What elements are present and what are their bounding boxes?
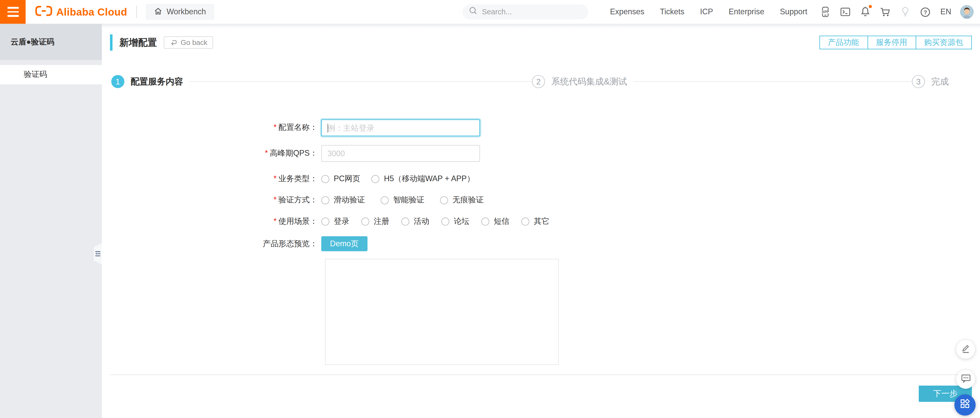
help-icon[interactable]: ? [920,6,931,17]
config-form: *配置名称： *高峰期QPS： *业务类型： PC网页 H5（移动端WAP + … [102,119,980,365]
preview-label: 产品形态预览： [102,238,321,249]
radio-icon [380,196,389,204]
radio-slide-verify[interactable]: 滑动验证 [321,195,365,206]
nav-support[interactable]: Support [780,7,807,16]
business-type-options: PC网页 H5（移动端WAP + APP） [321,174,475,184]
radio-smart-verify[interactable]: 智能验证 [380,195,424,206]
radio-login[interactable]: 登录 [321,216,349,227]
peak-qps-input[interactable] [321,145,480,162]
business-type-label: *业务类型： [102,174,321,184]
radio-icon [440,196,448,204]
usage-scene-row: *使用场景： 登录 注册 活动 论坛 短信 其它 [102,216,980,227]
radio-register[interactable]: 注册 [361,216,390,227]
radio-h5[interactable]: H5（移动端WAP + APP） [372,174,475,184]
alibaba-cloud-logo[interactable]: Alibaba Cloud [35,5,127,19]
radio-icon [372,175,380,183]
footer-actions: 下一步 [102,386,980,402]
radio-traceless-verify[interactable]: 无痕验证 [440,195,484,206]
step-connector [633,81,912,82]
header-divider [136,6,137,18]
sidebar-collapse-handle[interactable] [94,243,102,264]
mobile-app-icon[interactable]: APP [820,6,831,17]
required-mark: * [265,149,268,157]
nav-expenses[interactable]: Expenses [610,7,644,16]
app-window: Alibaba Cloud Workbench Expenses Tickets… [0,0,980,418]
step-3-circle: 3 [912,75,925,88]
app-launcher-fab[interactable] [955,394,976,415]
top-nav: Expenses Tickets ICP Enterprise Support [610,7,807,16]
required-mark: * [274,217,277,226]
disable-service-button[interactable]: 服务停用 [867,36,916,49]
svg-text:APP: APP [822,10,829,14]
radio-activity[interactable]: 活动 [401,216,429,227]
lightbulb-icon[interactable] [900,6,911,17]
nav-icp[interactable]: ICP [700,7,713,16]
header-shadow [102,24,980,28]
page-title: 新增配置 [119,37,157,48]
nav-tickets[interactable]: Tickets [660,7,684,16]
chat-bubble-icon [960,373,971,386]
cart-icon[interactable] [880,6,891,17]
main-content: 新增配置 Go back 产品功能 服务停用 购买资源包 1 配置服务内容 2 … [102,24,980,418]
verify-method-options: 滑动验证 智能验证 无痕验证 [321,195,484,206]
notifications-bell-icon[interactable] [860,6,871,17]
step-indicator: 1 配置服务内容 2 系统代码集成&测试 3 完成 [102,75,980,88]
radio-icon [321,218,329,226]
nav-enterprise[interactable]: Enterprise [729,7,764,16]
radio-icon [321,196,329,204]
go-back-button[interactable]: Go back [164,36,213,49]
config-name-row: *配置名称： [102,119,980,136]
config-name-label: *配置名称： [102,122,321,133]
radio-sms[interactable]: 短信 [481,216,509,227]
feedback-pencil-fab[interactable] [956,340,975,359]
radio-icon [401,218,409,226]
top-bar: Alibaba Cloud Workbench Expenses Tickets… [0,0,980,24]
alibaba-cloud-wordmark: Alibaba Cloud [56,6,127,18]
radio-icon [321,175,329,183]
demo-page-button[interactable]: Demo页 [321,236,368,251]
page-action-buttons: 产品功能 服务停用 购买资源包 [819,36,972,49]
step-2-circle: 2 [532,75,545,88]
business-type-row: *业务类型： PC网页 H5（移动端WAP + APP） [102,174,980,184]
cli-terminal-icon[interactable] [840,6,851,17]
peak-qps-label: *高峰期QPS： [102,148,321,159]
go-back-icon [169,38,178,47]
language-switcher[interactable]: EN [940,7,951,16]
sidebar: 云盾●验证码 验证码 [0,24,102,418]
step-connector [189,81,532,82]
svg-text:?: ? [924,9,927,15]
workbench-label: Workbench [167,7,206,16]
usage-scene-label: *使用场景： [102,216,321,227]
search-icon [469,6,477,17]
peak-qps-row: *高峰期QPS： [102,145,980,162]
top-icon-group: APP ? [820,6,931,17]
workbench-button[interactable]: Workbench [145,4,214,20]
step-3-label: 完成 [931,76,949,87]
radio-icon [481,218,490,226]
radio-icon [521,218,529,226]
chat-support-fab[interactable] [956,370,975,389]
radio-other[interactable]: 其它 [521,216,549,227]
alibaba-cloud-logo-icon [35,5,52,19]
search-input[interactable] [482,7,576,16]
config-name-input[interactable] [321,119,480,136]
sidebar-item-captcha[interactable]: 验证码 [0,65,102,84]
buy-resource-pack-button[interactable]: 购买资源包 [915,36,972,49]
collapse-icon [95,248,100,259]
required-mark: * [274,123,277,132]
grid-apps-icon [959,398,970,412]
global-search[interactable] [463,4,588,19]
usage-scene-options: 登录 注册 活动 论坛 短信 其它 [321,216,549,227]
radio-icon [441,218,449,226]
radio-pc-web[interactable]: PC网页 [321,174,360,184]
required-mark: * [274,196,277,204]
product-features-button[interactable]: 产品功能 [819,36,868,49]
hamburger-menu-button[interactable] [0,0,25,24]
radio-forum[interactable]: 论坛 [441,216,469,227]
text-caret [328,124,328,132]
step-1-label: 配置服务内容 [130,76,183,87]
home-icon [153,6,162,17]
step-2-label: 系统代码集成&测试 [551,76,627,87]
user-avatar[interactable] [960,5,974,19]
step-1-circle: 1 [111,75,124,88]
